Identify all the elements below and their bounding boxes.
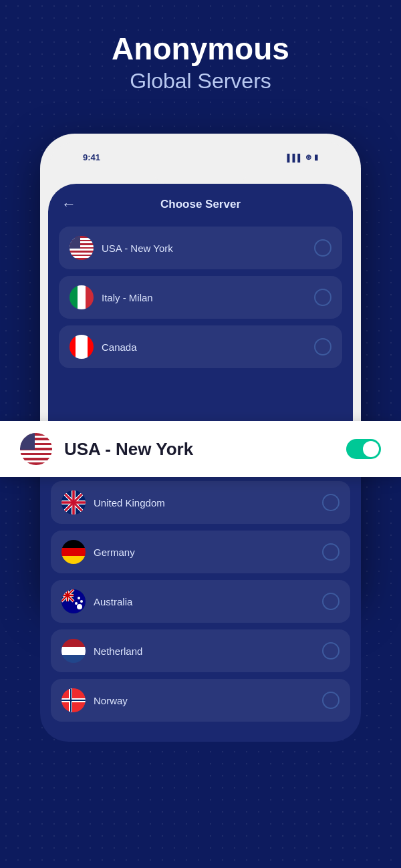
radio-australia[interactable] xyxy=(322,593,340,610)
server-name-canada: Canada xyxy=(102,341,314,353)
server-name-usa: USA - New York xyxy=(102,243,314,254)
server-name-australia: Australia xyxy=(94,596,322,607)
svg-point-20 xyxy=(80,600,83,603)
toggle-knob xyxy=(363,441,379,457)
phone-notch xyxy=(154,165,247,184)
server-item-netherlands[interactable]: Netherland xyxy=(51,629,350,672)
svg-point-21 xyxy=(75,602,78,605)
wifi-icon: ⊛ xyxy=(305,153,311,162)
svg-point-22 xyxy=(78,597,80,599)
radio-usa[interactable] xyxy=(314,239,331,257)
server-name-netherlands: Netherland xyxy=(94,645,322,657)
flag-netherlands xyxy=(61,639,86,663)
main-subtitle: Global Servers xyxy=(20,69,381,94)
selected-server-card[interactable]: USA - New York xyxy=(0,421,401,477)
screen-title: Choose Server xyxy=(160,198,241,211)
server-item-norway[interactable]: Norway xyxy=(51,679,350,722)
flag-italy xyxy=(70,285,94,309)
selected-flag xyxy=(20,433,52,465)
server-name-norway: Norway xyxy=(94,695,322,706)
radio-canada[interactable] xyxy=(314,338,331,355)
selected-server-name: USA - New York xyxy=(64,439,346,460)
signal-icon: ▌▌▌ xyxy=(287,154,303,162)
flag-canada xyxy=(70,335,94,359)
server-item-australia[interactable]: Australia xyxy=(51,580,350,623)
radio-norway[interactable] xyxy=(322,692,340,709)
radio-italy[interactable] xyxy=(314,289,331,306)
status-icons: ▌▌▌ ⊛ ▮ xyxy=(287,153,318,162)
flag-norway xyxy=(61,688,86,712)
server-toggle[interactable] xyxy=(346,439,381,459)
radio-netherlands[interactable] xyxy=(322,642,340,660)
server-item-italy[interactable]: Italy - Milan xyxy=(59,276,342,319)
radio-uk[interactable] xyxy=(322,494,340,511)
main-title: Anonymous xyxy=(20,32,381,66)
radio-germany[interactable] xyxy=(322,543,340,561)
status-time: 9:41 xyxy=(83,152,100,162)
flag-uk xyxy=(61,490,86,515)
server-name-italy: Italy - Milan xyxy=(102,292,314,303)
server-name-germany: Germany xyxy=(94,547,322,558)
server-item-uk[interactable]: United Kingdom xyxy=(51,481,350,524)
flag-australia xyxy=(61,589,86,613)
battery-icon: ▮ xyxy=(314,153,318,162)
server-item-canada[interactable]: Canada xyxy=(59,325,342,368)
server-item-usa[interactable]: USA - New York xyxy=(59,227,342,269)
flag-usa xyxy=(70,236,94,260)
page-header: Anonymous Global Servers xyxy=(0,0,401,107)
status-bar: 9:41 ▌▌▌ ⊛ ▮ xyxy=(67,147,334,165)
flag-germany xyxy=(61,540,86,564)
screen-header: ← Choose Server xyxy=(48,184,353,221)
server-list-top: USA - New York Italy - Milan Canada xyxy=(48,221,353,380)
svg-rect-27 xyxy=(61,700,86,701)
svg-point-19 xyxy=(77,604,82,609)
server-item-germany[interactable]: Germany xyxy=(51,531,350,573)
back-button[interactable]: ← xyxy=(61,196,76,213)
server-name-uk: United Kingdom xyxy=(94,497,322,509)
